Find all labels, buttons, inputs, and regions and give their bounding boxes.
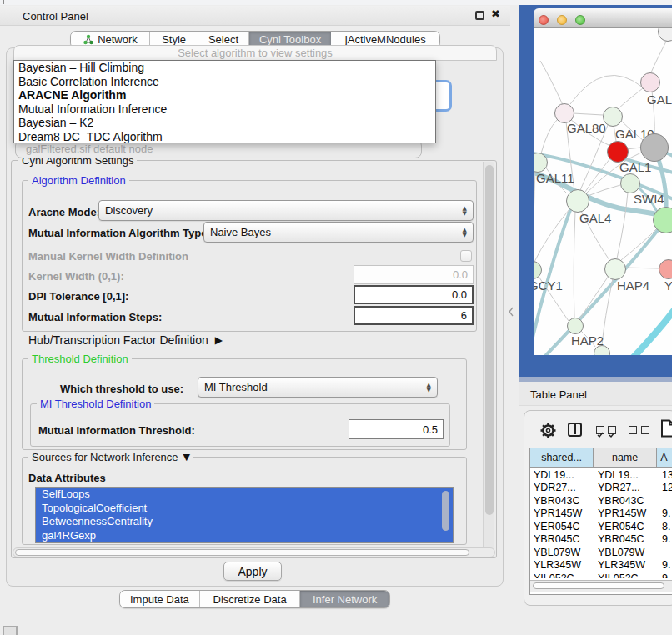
which-threshold-label: Which threshold to use:	[60, 382, 183, 395]
control-panel-header: Control Panel ✖	[0, 6, 510, 26]
deselect-checkbox-icon[interactable]	[629, 426, 637, 434]
tab-infer-label: Infer Network	[313, 593, 377, 606]
network-node[interactable]	[604, 258, 626, 280]
settings-hscrollbar[interactable]	[13, 548, 495, 558]
table-cell: 9.	[659, 533, 672, 545]
select-all-checkbox-icon2[interactable]	[608, 426, 616, 434]
bottom-grip[interactable]	[3, 626, 18, 635]
close-traffic-light[interactable]	[539, 15, 549, 25]
table-cell: YIL052C	[530, 572, 594, 578]
popup-item[interactable]: Mutual Information Inference	[14, 102, 435, 117]
expander-right-icon: ▶	[215, 334, 223, 346]
popup-item[interactable]: Bayesian – K2	[14, 116, 435, 130]
tab-network-label: Network	[98, 33, 138, 46]
kernel-width-input[interactable]: 0.0	[354, 265, 474, 284]
mi-type-combo[interactable]: Naive Bayes ▲▼	[203, 222, 474, 242]
apply-button[interactable]: Apply	[223, 562, 282, 581]
dpi-tolerance-input[interactable]: 0.0	[354, 285, 474, 304]
network-canvas[interactable]: GALGAL80GAL10GAL1GAL11SWI4GAL4GCY1HAP4YH…	[534, 28, 672, 355]
mi-steps-input[interactable]: 6	[354, 306, 474, 325]
column-header-partial[interactable]: A	[657, 448, 672, 467]
network-node[interactable]	[534, 261, 542, 279]
tab-discretize-label: Discretize Data	[213, 593, 287, 606]
table-row[interactable]: YBL079WYBL079W	[530, 546, 672, 559]
column-header-name[interactable]: name	[594, 448, 657, 467]
list-vscrollbar-thumb[interactable]	[442, 491, 449, 531]
tab-impute-label: Impute Data	[130, 593, 189, 606]
table-cell: YER054C	[594, 521, 659, 532]
splitter-handle[interactable]	[508, 307, 514, 317]
hub-expander[interactable]: Hub/Transcription Factor Definition ▶	[28, 333, 223, 347]
kernel-width-value: 0.0	[453, 268, 468, 281]
node-table: shared... name A YDL19...YDL19...13YDR27…	[529, 448, 672, 595]
table-row[interactable]: YBR045CYBR045C9.	[530, 533, 672, 547]
network-node[interactable]	[658, 28, 672, 42]
table-panel-body: shared... name A YDL19...YDL19...13YDR27…	[524, 410, 672, 606]
table-cell: YBR045C	[530, 533, 594, 545]
settings-hscrollbar-thumb[interactable]	[15, 549, 469, 556]
popup-item[interactable]: Bayesian – Hill Climbing	[14, 61, 435, 75]
network-node[interactable]	[603, 107, 623, 127]
network-node-label: HAP4	[617, 278, 649, 292]
table-cell: YER054C	[530, 521, 594, 532]
table-row[interactable]: YDL19...YDL19...13	[530, 468, 672, 482]
zoom-traffic-light[interactable]	[575, 15, 585, 25]
stepper-icon: ▲▼	[463, 228, 467, 238]
column-header-shared-name[interactable]: shared...	[530, 448, 594, 467]
aracne-mode-label: Aracne Mode:	[28, 206, 100, 218]
network-node[interactable]	[640, 133, 669, 162]
mi-threshold-input[interactable]: 0.5	[349, 419, 444, 439]
network-node[interactable]	[653, 207, 672, 233]
popup-item-selected[interactable]: ARACNE Algorithm	[14, 88, 435, 102]
list-item[interactable]: gal4RGexp	[36, 529, 453, 543]
network-window-titlebar[interactable]	[534, 8, 672, 28]
table-row[interactable]: YPR145WYPR145W9.	[530, 508, 672, 521]
tab-infer-network[interactable]: Infer Network	[300, 591, 389, 608]
table-hscrollbar[interactable]	[530, 580, 672, 592]
algorithm-select-combo[interactable]: Select algorithm to view settings	[13, 45, 497, 61]
table-row[interactable]: YIL052CYIL052C9	[530, 572, 672, 578]
table-row[interactable]: YLR345WYLR345W9.	[530, 559, 672, 572]
algorithm-popup: Bayesian – Hill Climbing Basic Correlati…	[13, 60, 436, 143]
gear-icon[interactable]	[539, 422, 557, 439]
network-node[interactable]	[594, 345, 610, 355]
close-icon[interactable]: ✖	[491, 8, 500, 20]
split-columns-icon[interactable]	[568, 422, 582, 437]
sources-group-title[interactable]: Sources for Network Inference ▼	[28, 451, 193, 463]
deselect-checkbox-icon2[interactable]	[641, 426, 649, 434]
network-node[interactable]	[566, 189, 589, 212]
network-node[interactable]	[640, 72, 660, 92]
tab-style-label: Style	[162, 33, 186, 46]
list-item[interactable]: SelfLoops	[36, 488, 453, 502]
new-document-icon[interactable]	[660, 419, 672, 438]
float-icon[interactable]	[475, 11, 484, 20]
network-node[interactable]	[567, 318, 584, 334]
table-row[interactable]: YER054CYER054C8.	[530, 520, 672, 533]
kernel-width-label: Kernel Width (0,1):	[28, 270, 124, 282]
table-row[interactable]: YDR27...YDR27...12	[530, 482, 672, 495]
mi-threshold-value: 0.5	[423, 423, 438, 436]
network-node[interactable]	[620, 173, 640, 193]
tab-impute-data[interactable]: Impute Data	[120, 591, 200, 608]
list-item[interactable]: TopologicalCoefficient	[36, 502, 453, 516]
aracne-mode-combo[interactable]: Discovery ▲▼	[98, 200, 474, 221]
popup-item[interactable]: Dream8 DC_TDC Algorithm	[14, 130, 435, 144]
network-node[interactable]	[659, 259, 672, 279]
stepper-icon: ▲▼	[463, 206, 467, 216]
table-row[interactable]: YBR043CYBR043C	[530, 494, 672, 508]
table-cell: YDL19...	[530, 469, 594, 481]
table-hscrollbar-thumb[interactable]	[533, 582, 664, 589]
settings-vscrollbar-thumb[interactable]	[485, 165, 494, 515]
network-node[interactable]	[534, 152, 548, 172]
network-view-panel: GALGAL80GAL10GAL1GAL11SWI4GAL4GCY1HAP4YH…	[519, 5, 672, 377]
which-threshold-combo[interactable]: MI Threshold ▲▼	[198, 377, 438, 398]
tab-discretize-data[interactable]: Discretize Data	[200, 591, 301, 608]
minimize-traffic-light[interactable]	[557, 15, 567, 25]
select-all-checkbox-icon[interactable]	[596, 426, 604, 434]
table-cell: 9	[659, 572, 672, 578]
dpi-tolerance-label: DPI Tolerance [0,1]:	[28, 290, 128, 302]
manual-kernel-checkbox[interactable]	[460, 250, 472, 262]
settings-vscrollbar[interactable]	[483, 162, 494, 555]
popup-item[interactable]: Basic Correlation Inference	[14, 75, 435, 89]
list-item[interactable]: BetweennessCentrality	[36, 515, 453, 529]
